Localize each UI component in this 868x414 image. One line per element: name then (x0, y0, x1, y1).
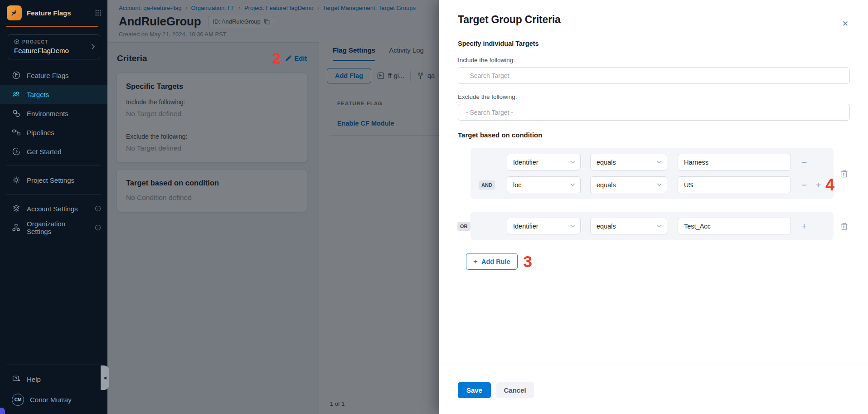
delete-rule-button[interactable] (838, 170, 850, 178)
sidebar: Feature Flags PROJECT FeatureFlagDemo Fe… (0, 0, 107, 414)
drawer-exclude-label: Exclude the following: (458, 93, 850, 100)
remove-condition-button[interactable]: − (800, 180, 808, 190)
divider (6, 194, 101, 195)
add-rule-label: Add Rule (481, 258, 510, 265)
rule-groups: Identifier equals − (458, 148, 850, 240)
drawer-include-label: Include the following: (458, 57, 850, 63)
gear-icon (12, 175, 21, 185)
avatar-initials: CM (15, 397, 22, 402)
chevron-down-icon (570, 183, 575, 186)
attribute-select[interactable]: loc (507, 176, 581, 193)
chevron-down-icon (657, 224, 662, 228)
sidebar-item-label: Environments (27, 110, 68, 117)
close-icon[interactable]: ✕ (842, 20, 849, 28)
pipelines-icon (12, 128, 21, 137)
sidebar-collapse-handle[interactable]: ◀ (101, 365, 109, 390)
collapse-arrow-icon: ◀ (103, 375, 107, 380)
condition-value-input[interactable] (678, 176, 791, 193)
sidebar-item-organization-settings[interactable]: Organization Settings (0, 218, 107, 237)
trash-icon (840, 222, 848, 230)
operator-select[interactable]: equals (590, 176, 667, 193)
info-circle-icon (95, 224, 101, 231)
sidebar-item-label: Targets (27, 91, 49, 98)
sidebar-item-environments[interactable]: Environments (0, 104, 107, 123)
help-chat-icon (12, 375, 21, 384)
project-selector[interactable]: PROJECT FeatureFlagDemo (8, 34, 100, 59)
project-name: FeatureFlagDemo (14, 47, 91, 54)
get-started-icon (12, 147, 21, 156)
attribute-value: Identifier (513, 223, 538, 230)
operator-select[interactable]: equals (590, 154, 667, 170)
operator-value: equals (596, 181, 616, 189)
add-condition-button[interactable]: + (800, 221, 808, 231)
delete-rule-button[interactable] (838, 222, 850, 230)
cancel-button[interactable]: Cancel (496, 382, 534, 398)
attribute-value: Identifier (513, 159, 538, 166)
sidebar-item-get-started[interactable]: Get Started (0, 142, 107, 161)
rule-row: AND loc equals − (479, 176, 825, 193)
attribute-value: loc (513, 181, 522, 189)
rule-card: Identifier equals + (470, 212, 834, 240)
chevron-down-icon (657, 183, 662, 186)
rule-row: Identifier equals − (479, 154, 825, 170)
flag-circle-icon (12, 71, 21, 80)
chevron-down-icon (657, 161, 662, 164)
condition-value-input[interactable] (678, 218, 791, 234)
environments-icon (12, 109, 21, 118)
sidebar-item-pipelines[interactable]: Pipelines (0, 123, 107, 142)
rule-prefix: AND (479, 180, 507, 190)
divider (6, 365, 101, 365)
and-chip: AND (479, 180, 495, 190)
apps-grid-icon[interactable] (95, 10, 101, 16)
chevron-right-icon (91, 44, 95, 50)
brand-accent-rule (6, 26, 98, 27)
info-circle-icon (95, 205, 101, 212)
include-target-search-input[interactable] (458, 67, 850, 84)
plus-icon: + (473, 258, 478, 265)
operator-select[interactable]: equals (590, 218, 667, 234)
add-rule-button[interactable]: + Add Rule (466, 253, 518, 270)
trash-icon (840, 170, 848, 178)
org-chart-icon (12, 223, 21, 232)
sidebar-item-help[interactable]: Help (0, 370, 107, 389)
condition-heading: Target based on condition (458, 131, 850, 139)
sidebar-item-project-settings[interactable]: Project Settings (0, 170, 107, 190)
project-label: PROJECT (22, 39, 48, 44)
account-layers-icon (12, 204, 21, 213)
annotation-step-4: 4 (825, 177, 834, 193)
attribute-select[interactable]: Identifier (507, 154, 581, 170)
sidebar-item-label: Help (27, 375, 41, 383)
rule-group: OR Identifier equals (470, 212, 850, 240)
drawer-title: Target Group Criteria (458, 14, 850, 26)
or-chip: OR (457, 222, 470, 231)
harness-logo[interactable] (7, 5, 22, 20)
targets-people-icon (12, 90, 21, 99)
flag-logo-icon (10, 9, 19, 17)
sidebar-item-label: Feature Flags (27, 72, 69, 79)
project-cube-icon (14, 39, 19, 44)
operator-value: equals (596, 223, 616, 230)
remove-condition-button[interactable]: − (800, 157, 808, 167)
chevron-down-icon (570, 161, 575, 164)
individual-targets-heading: Specify individual Targets (458, 40, 850, 47)
condition-value-input[interactable] (678, 154, 791, 170)
avatar: CM (12, 394, 24, 406)
add-condition-button[interactable]: + (815, 180, 822, 190)
app-root: Feature Flags PROJECT FeatureFlagDemo Fe… (0, 0, 868, 414)
rule-row: Identifier equals + (479, 218, 825, 234)
sidebar-item-feature-flags[interactable]: Feature Flags (0, 66, 107, 85)
sidebar-item-label: Get Started (27, 148, 62, 156)
divider (6, 166, 101, 166)
sidebar-item-label: Organization Settings (27, 220, 89, 235)
chevron-down-icon (570, 224, 575, 228)
attribute-select[interactable]: Identifier (507, 218, 581, 234)
sidebar-item-label: Account Settings (27, 205, 78, 213)
sidebar-item-account-settings[interactable]: Account Settings (0, 199, 107, 218)
save-button[interactable]: Save (458, 382, 491, 398)
sidebar-footer: Help CM Conor Murray (0, 360, 107, 414)
sidebar-header: Feature Flags (0, 0, 107, 25)
exclude-target-search-input[interactable] (458, 104, 850, 121)
rule-card: Identifier equals − (470, 148, 834, 199)
sidebar-item-targets[interactable]: Targets (0, 85, 107, 104)
sidebar-item-user[interactable]: CM Conor Murray (0, 389, 107, 410)
